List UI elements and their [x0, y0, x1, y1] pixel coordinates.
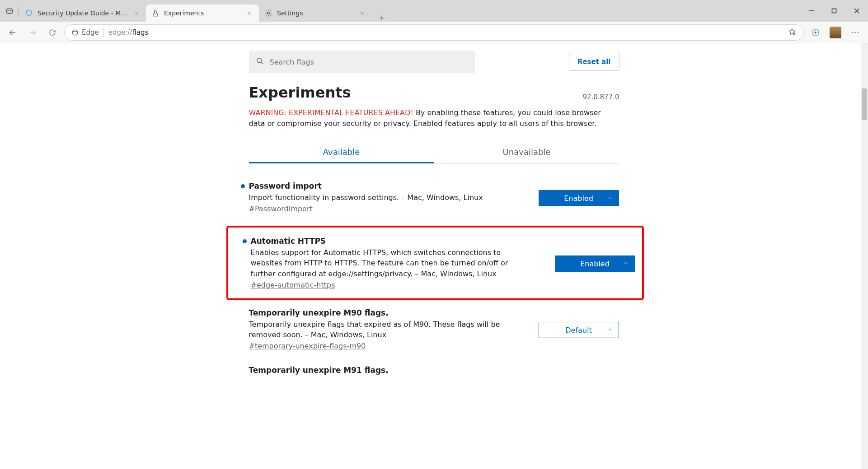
flag-description: Temporarily unexpire flags that expired …	[249, 319, 526, 340]
svg-point-17	[72, 30, 78, 35]
collections-button[interactable]	[807, 24, 824, 41]
tab-strip: Security Update Guide - Microso Experime…	[19, 0, 800, 22]
search-flags-field[interactable]	[270, 58, 469, 66]
flag-state-select[interactable]: Enabled	[555, 255, 635, 272]
tab-unavailable[interactable]: Unavailable	[434, 141, 619, 163]
warning-label: WARNING: EXPERIMENTAL FEATURES AHEAD!	[249, 108, 413, 117]
chevron-down-icon	[607, 326, 613, 334]
close-icon[interactable]	[132, 9, 141, 17]
toolbar: Edge edge://flags ···	[0, 22, 868, 43]
reload-button[interactable]	[44, 24, 61, 41]
tab-label: Experiments	[164, 9, 241, 17]
flags-tabs: Available Unavailable	[249, 141, 619, 163]
flag-row: Automatic HTTPSEnables support for Autom…	[226, 226, 644, 300]
select-label: Enabled	[580, 260, 610, 268]
flag-description: Import functionality in password setting…	[249, 192, 526, 203]
svg-point-25	[257, 58, 261, 63]
tab-experiments[interactable]: Experiments	[146, 5, 259, 22]
reset-all-button[interactable]: Reset all	[569, 53, 619, 71]
more-icon: ···	[851, 28, 860, 37]
flag-row: Password importImport functionality in p…	[249, 176, 619, 223]
tab-label: Security Update Guide - Microso	[38, 9, 128, 17]
shield-icon	[25, 9, 33, 17]
back-button[interactable]	[5, 24, 21, 41]
favorite-button[interactable]	[788, 28, 797, 37]
flask-icon	[151, 9, 160, 17]
search-flags-input[interactable]	[249, 51, 475, 73]
select-label: Default	[565, 326, 591, 334]
chevron-down-icon	[607, 194, 613, 203]
maximize-button[interactable]	[823, 2, 845, 19]
svg-rect-0	[7, 9, 12, 14]
url-text: edge://flags	[108, 28, 784, 37]
flag-hash-link[interactable]: #edge-automatic-https	[251, 281, 335, 289]
close-window-button[interactable]	[845, 2, 868, 19]
menu-button[interactable]: ···	[847, 24, 863, 41]
site-identity[interactable]: Edge	[71, 28, 99, 37]
flag-state-select[interactable]: Default	[539, 322, 619, 338]
flag-description: Enables support for Automatic HTTPS, whi…	[251, 247, 531, 279]
profile-button[interactable]	[827, 24, 844, 41]
flag-row: Temporarily unexpire M91 flags.	[249, 360, 619, 386]
chevron-down-icon	[623, 260, 629, 268]
warning-text: WARNING: EXPERIMENTAL FEATURES AHEAD! By…	[249, 107, 619, 129]
svg-rect-12	[832, 9, 836, 13]
close-icon[interactable]	[358, 9, 366, 17]
minimize-button[interactable]	[800, 2, 823, 19]
gear-icon	[264, 9, 272, 17]
page-title: Experiments	[249, 84, 351, 101]
titlebar: Security Update Guide - Microso Experime…	[0, 0, 868, 22]
scrollbar[interactable]	[861, 43, 868, 469]
modified-indicator-icon	[243, 239, 247, 243]
flag-title: Temporarily unexpire M91 flags.	[249, 366, 619, 375]
scrollbar-thumb[interactable]	[862, 88, 867, 120]
window-controls	[800, 0, 868, 22]
svg-line-26	[261, 62, 263, 64]
flags-list: Password importImport functionality in p…	[249, 176, 619, 386]
flag-hash-link[interactable]: #PasswordImport	[249, 204, 313, 213]
flag-title: Password import	[249, 181, 526, 190]
address-bar[interactable]: Edge edge://flags	[64, 24, 804, 41]
flag-title: Temporarily unexpire M90 flags.	[249, 308, 526, 317]
divider	[103, 28, 104, 37]
tab-actions-button[interactable]	[4, 0, 17, 22]
tab-security-guide[interactable]: Security Update Guide - Microso	[19, 5, 146, 22]
search-icon	[255, 56, 264, 67]
forward-button[interactable]	[24, 24, 41, 41]
tab-label: Settings	[277, 9, 354, 17]
new-tab-button[interactable]	[374, 14, 389, 22]
avatar	[830, 27, 841, 38]
flag-title: Automatic HTTPS	[251, 237, 543, 246]
edge-logo-icon	[71, 28, 79, 37]
flag-hash-link[interactable]: #temporary-unexpire-flags-m90	[249, 342, 366, 350]
svg-point-6	[267, 12, 270, 14]
modified-indicator-icon	[241, 184, 245, 188]
version-label: 92.0.877.0	[582, 93, 619, 101]
page-viewport: Reset all Experiments 92.0.877.0 WARNING…	[0, 43, 868, 469]
flag-row: Temporarily unexpire M90 flags.Temporari…	[249, 303, 619, 360]
close-icon[interactable]	[245, 9, 253, 17]
tab-available[interactable]: Available	[249, 141, 434, 163]
tab-settings[interactable]: Settings	[259, 5, 372, 22]
flag-state-select[interactable]: Enabled	[539, 190, 619, 206]
select-label: Enabled	[564, 194, 593, 203]
site-identity-label: Edge	[82, 28, 99, 37]
